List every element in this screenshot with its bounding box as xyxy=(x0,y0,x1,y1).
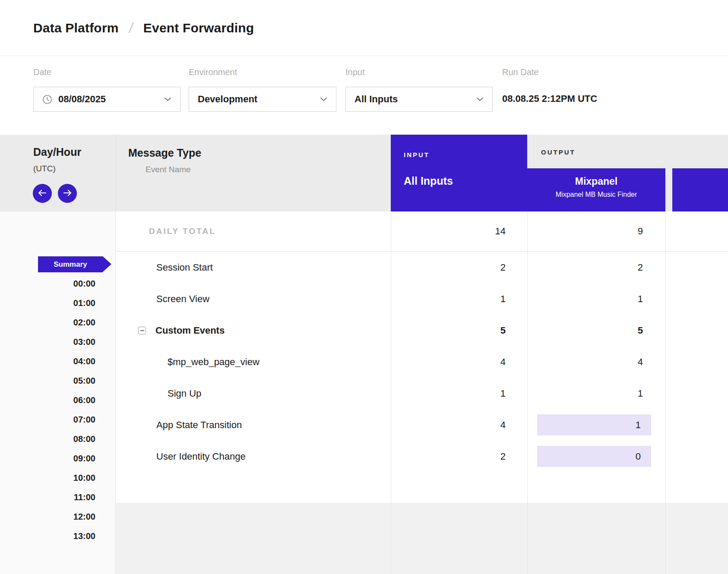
event-forwarding-page: Data Platform / Event Forwarding Date 08… xyxy=(0,0,728,574)
output-column-label: OUTPUT xyxy=(541,148,576,156)
event-name: Session Start xyxy=(156,262,213,273)
breadcrumb-separator: / xyxy=(128,20,134,36)
daily-total-output-count: 9 xyxy=(527,211,665,251)
date-filter-value: 08/08/2025 xyxy=(58,94,106,105)
table-row: Session Start22 xyxy=(116,252,728,283)
input-column-header[interactable]: INPUT All Inputs xyxy=(391,135,527,211)
hour-item[interactable]: 09:00 xyxy=(0,449,115,468)
clock-icon xyxy=(42,95,52,104)
arrow-right-icon xyxy=(63,189,72,198)
hour-item[interactable]: 08:00 xyxy=(0,429,115,449)
summary-flag[interactable]: Summary xyxy=(38,256,103,272)
table-row: Custom Events55 xyxy=(116,315,728,346)
hour-item-summary[interactable]: Summary xyxy=(0,255,115,274)
hour-item[interactable]: 00:00 xyxy=(0,274,115,293)
input-column-label: INPUT xyxy=(404,151,514,158)
hour-item[interactable]: 01:00 xyxy=(0,293,115,313)
next-day-button[interactable] xyxy=(58,184,77,203)
hours-column: Summary00:0001:0002:0003:0004:0005:0006:… xyxy=(0,211,116,574)
output-count: 5 xyxy=(527,315,665,346)
table-header: Day/Hour (UTC) Message Type Event Name I… xyxy=(0,135,728,211)
column-divider xyxy=(391,211,391,574)
prev-day-button[interactable] xyxy=(33,184,52,203)
hour-item[interactable]: 05:00 xyxy=(0,371,115,391)
run-date-label: Run Date xyxy=(502,67,539,77)
output-count: 4 xyxy=(527,346,665,378)
top-header: Data Platform / Event Forwarding xyxy=(0,0,728,56)
event-name: App State Transition xyxy=(156,419,242,431)
hour-item[interactable]: 13:00 xyxy=(0,527,115,546)
column-divider xyxy=(116,135,116,211)
output-count: 2 xyxy=(527,252,665,283)
highlighted-output-count[interactable]: 1 xyxy=(537,414,651,435)
daily-total-input-count: 14 xyxy=(391,211,527,251)
table-row: Sign Up11 xyxy=(116,378,728,409)
event-name: Sign Up xyxy=(168,388,201,399)
hour-item[interactable]: 04:00 xyxy=(0,352,115,371)
input-column-title: All Inputs xyxy=(404,175,514,187)
input-count: 2 xyxy=(391,252,527,283)
input-count: 2 xyxy=(391,441,527,472)
event-name: $mp_web_page_view xyxy=(168,356,260,368)
hour-item[interactable]: 07:00 xyxy=(0,410,115,429)
input-filter-label: Input xyxy=(345,67,364,77)
date-filter-dropdown[interactable]: 08/08/2025 xyxy=(33,87,180,112)
event-rows: Session Start22Screen View11Custom Event… xyxy=(116,252,728,472)
hour-item[interactable]: 02:00 xyxy=(0,313,115,332)
next-output-column-partial[interactable] xyxy=(672,168,728,211)
environment-filter-value: Development xyxy=(198,94,257,105)
daily-total-row: DAILY TOTAL 14 9 xyxy=(116,211,728,252)
breadcrumb-section[interactable]: Data Platform xyxy=(33,21,119,35)
hour-item[interactable]: 12:00 xyxy=(0,507,115,527)
input-count: 1 xyxy=(391,283,527,315)
date-filter-label: Date xyxy=(33,67,51,77)
table-row: User Identity Change20 xyxy=(116,441,728,472)
output-count: 1 xyxy=(527,378,665,409)
table-row: Screen View11 xyxy=(116,283,728,315)
input-filter-dropdown[interactable]: All Inputs xyxy=(345,87,493,112)
table-grid: DAILY TOTAL 14 9 Session Start22Screen V… xyxy=(116,211,728,574)
output-column-title: Mixpanel xyxy=(527,176,665,187)
table-row: App State Transition41 xyxy=(116,409,728,441)
collapse-icon[interactable] xyxy=(138,327,146,334)
day-hour-subtitle: (UTC) xyxy=(33,164,56,173)
input-count: 5 xyxy=(391,315,527,346)
event-name: Custom Events xyxy=(155,325,225,336)
highlighted-output-count[interactable]: 0 xyxy=(537,446,651,467)
day-hour-title: Day/Hour xyxy=(33,146,81,158)
chevron-down-icon xyxy=(320,97,327,101)
environment-filter-label: Environment xyxy=(189,67,237,77)
hour-item[interactable]: 10:00 xyxy=(0,468,115,488)
input-filter-value: All Inputs xyxy=(355,94,398,105)
chevron-down-icon xyxy=(476,97,484,101)
environment-filter-dropdown[interactable]: Development xyxy=(189,87,336,112)
input-count: 1 xyxy=(391,378,527,409)
output-column-header-mixpanel[interactable]: Mixpanel Mixpanel MB Music Finder xyxy=(527,168,665,211)
event-name: Screen View xyxy=(156,293,209,305)
column-divider xyxy=(527,211,528,574)
table-body: Summary00:0001:0002:0003:0004:0005:0006:… xyxy=(0,211,728,574)
output-count: 1 xyxy=(527,283,665,315)
daily-total-label: DAILY TOTAL xyxy=(149,227,216,236)
event-name: User Identity Change xyxy=(156,451,246,462)
hour-item[interactable]: 06:00 xyxy=(0,391,115,410)
message-type-title: Message Type xyxy=(128,147,201,159)
breadcrumb-page: Event Forwarding xyxy=(143,21,254,35)
input-count: 4 xyxy=(391,409,527,441)
run-date-value: 08.08.25 2:12PM UTC xyxy=(502,93,597,104)
table-footer-filler xyxy=(116,503,728,574)
event-name-subtitle: Event Name xyxy=(146,165,191,174)
hour-item[interactable]: 03:00 xyxy=(0,332,115,352)
hour-item[interactable]: 11:00 xyxy=(0,488,115,507)
arrow-left-icon xyxy=(38,189,47,198)
input-count: 4 xyxy=(391,346,527,378)
column-divider xyxy=(665,211,666,574)
chevron-down-icon xyxy=(164,97,171,101)
table-row: $mp_web_page_view44 xyxy=(116,346,728,378)
day-navigation xyxy=(33,184,77,203)
filter-bar: Date 08/08/2025 Environment Development xyxy=(0,57,728,135)
output-column-subtitle: Mixpanel MB Music Finder xyxy=(527,191,665,199)
